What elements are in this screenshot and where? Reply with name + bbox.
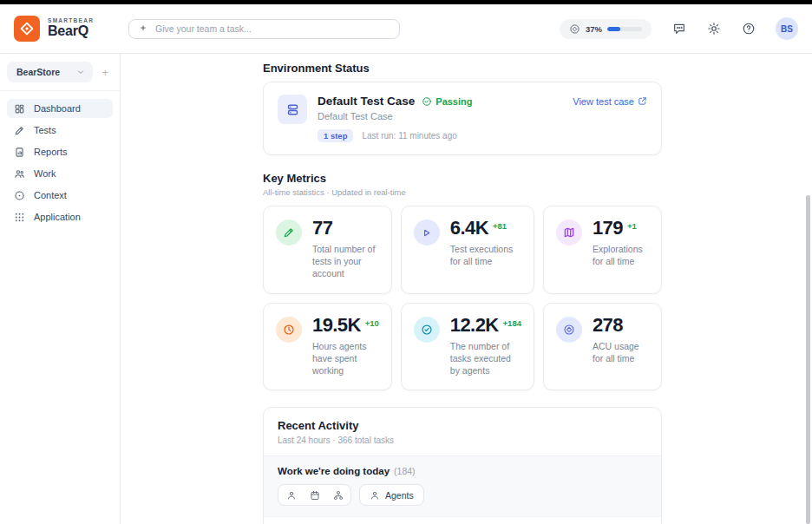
metric-label: Explorations for all time — [593, 243, 649, 267]
scrollbar[interactable] — [806, 195, 810, 524]
check-circle-icon — [414, 317, 440, 343]
check-circle-icon — [422, 96, 432, 107]
metric-card-executions: 6.4K +81 Test executions for all time — [401, 206, 534, 294]
agents-filter-button[interactable]: Agents — [359, 484, 424, 506]
key-metrics-title: Key Metrics — [263, 172, 662, 185]
sidebar-item-label: Dashboard — [34, 103, 81, 114]
metric-label: The number of tasks executed by agents — [450, 340, 521, 377]
sitemap-icon — [333, 490, 344, 501]
brand-logo[interactable]: SMARTBEAR BearQ — [14, 16, 121, 42]
external-link-icon — [638, 96, 647, 106]
workspace-name: BearStore — [16, 67, 60, 77]
smartbear-diamond-icon — [14, 16, 40, 42]
person-icon — [286, 490, 297, 501]
sidebar-item-tests[interactable]: Tests — [7, 121, 113, 140]
grid-dots-icon — [14, 212, 25, 223]
map-icon — [556, 219, 582, 246]
metric-card-tasks: 12.2K +184 The number of tasks executed … — [401, 303, 534, 391]
chat-icon — [672, 22, 686, 36]
sidebar-nav: Dashboard Tests Reports Work — [0, 91, 120, 234]
recent-activity-card: Recent Activity Last 24 hours · 366 tota… — [263, 407, 662, 524]
metric-label: Hours agents have spent working — [312, 340, 379, 377]
group-title: Work we're doing today — [278, 466, 390, 476]
usage-percent: 37% — [586, 24, 602, 34]
usage-meter[interactable]: 37% — [560, 19, 652, 39]
sidebar-item-reports[interactable]: Reports — [7, 142, 113, 161]
report-document-icon — [14, 147, 25, 158]
metric-value: 19.5K — [312, 315, 361, 335]
metric-card-hours: 19.5K +10 Hours agents have spent workin… — [263, 303, 392, 391]
add-workspace-button[interactable]: + — [99, 66, 111, 79]
person-icon — [370, 490, 380, 501]
key-metrics-subtitle: All-time statistics · Updated in real-ti… — [263, 187, 662, 197]
calendar-icon — [310, 490, 320, 501]
metric-delta: +1 — [627, 221, 637, 231]
sidebar-item-label: Context — [34, 190, 67, 200]
main-content: Environment Status Default Test Case Pas… — [121, 54, 812, 524]
usage-progress-fill — [607, 27, 620, 31]
settings-button[interactable] — [706, 22, 721, 36]
recent-activity-title: Recent Activity — [278, 419, 647, 432]
acu-icon — [556, 317, 582, 343]
metric-value: 12.2K — [450, 315, 499, 335]
usage-progressbar — [607, 27, 642, 31]
pencil-icon — [276, 219, 302, 246]
workspace-row: BearStore + — [0, 54, 120, 90]
sidebar-item-label: Reports — [34, 147, 68, 157]
brand-product: BearQ — [48, 24, 94, 39]
chevron-down-icon — [76, 68, 85, 76]
filter-sitemap-button[interactable] — [326, 486, 350, 504]
play-icon — [414, 219, 440, 246]
task-row-knowledge-update[interactable]: Knowledge Update Update the application … — [264, 516, 661, 524]
recent-activity-subtitle: Last 24 hours · 366 total tasks — [278, 436, 647, 445]
team-icon — [14, 168, 25, 180]
metric-value: 77 — [312, 218, 332, 238]
sparkle-icon — [138, 23, 148, 34]
help-icon — [742, 22, 756, 36]
metric-label: Total number of tests in your account — [312, 243, 379, 280]
metric-label: Test executions for all time — [450, 243, 521, 267]
metric-card-tests: 77 Total number of tests in your account — [263, 206, 392, 294]
sidebar-item-context[interactable]: Context — [7, 186, 113, 205]
clock-icon — [276, 317, 302, 343]
sidebar-item-dashboard[interactable]: Dashboard — [7, 99, 113, 118]
server-stack-icon — [278, 95, 307, 124]
view-filter-group — [278, 484, 351, 506]
user-avatar[interactable]: BS — [776, 17, 798, 40]
environment-card-body: Default Test Case Passing View test case — [318, 95, 647, 142]
metric-delta: +10 — [365, 318, 379, 328]
brand-text: SMARTBEAR BearQ — [48, 18, 94, 39]
metric-card-explorations: 179 +1 Explorations for all time — [543, 206, 662, 294]
acu-gauge-icon — [569, 23, 580, 35]
sidebar-item-label: Tests — [34, 125, 56, 135]
gear-icon — [707, 22, 721, 36]
group-count: (184) — [394, 466, 416, 476]
filter-person-button[interactable] — [279, 486, 303, 504]
filter-calendar-button[interactable] — [303, 486, 326, 504]
environment-status-title: Environment Status — [263, 62, 662, 75]
sidebar-item-application[interactable]: Application — [7, 207, 113, 226]
metric-value: 179 — [593, 218, 623, 238]
sidebar-item-label: Work — [34, 168, 56, 179]
app-header: SMARTBEAR BearQ 37% — [0, 4, 812, 54]
sidebar: BearStore + Dashboard Tests Reports — [0, 54, 121, 524]
view-test-case-link[interactable]: View test case — [573, 96, 647, 107]
help-button[interactable] — [741, 22, 756, 36]
last-run-text: Last run: 11 minutes ago — [362, 131, 456, 141]
test-case-name: Default Test Case — [318, 95, 415, 108]
test-case-subtitle: Default Test Case — [318, 111, 647, 121]
metric-card-acu: 278 ACU usage for all time — [543, 303, 662, 391]
environment-status-card: Default Test Case Passing View test case — [263, 82, 662, 155]
status-badge: Passing — [422, 96, 472, 107]
sidebar-item-work[interactable]: Work — [7, 164, 113, 183]
task-input[interactable] — [128, 19, 400, 39]
metric-delta: +184 — [503, 318, 521, 328]
steps-badge: 1 step — [318, 129, 353, 142]
metrics-grid: 77 Total number of tests in your account… — [263, 206, 662, 390]
metric-delta: +81 — [493, 221, 507, 231]
task-input-field[interactable] — [155, 23, 390, 34]
workspace-selector[interactable]: BearStore — [7, 62, 93, 82]
pencil-icon — [14, 125, 25, 136]
metric-label: ACU usage for all time — [593, 340, 649, 364]
chat-button[interactable] — [671, 22, 686, 36]
